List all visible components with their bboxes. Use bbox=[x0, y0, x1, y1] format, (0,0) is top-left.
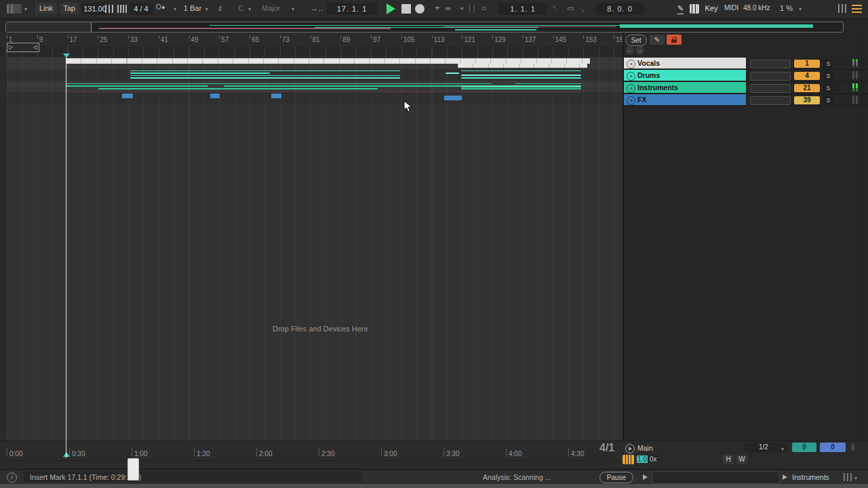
nudge-up-icon[interactable] bbox=[117, 5, 127, 13]
clip-instruments[interactable] bbox=[66, 85, 208, 87]
next-locator-button[interactable]: → bbox=[635, 46, 644, 55]
prev-locator-button[interactable]: ← bbox=[625, 46, 634, 55]
track-menu-icon[interactable]: ≡ bbox=[627, 72, 635, 81]
clip-drums[interactable] bbox=[130, 75, 400, 77]
clip-instruments[interactable] bbox=[98, 88, 378, 89]
clip-drums[interactable] bbox=[461, 70, 581, 72]
time-insert-marker-icon[interactable] bbox=[63, 452, 70, 457]
grid-caret-icon[interactable]: ▾ bbox=[781, 445, 784, 454]
draw-mode-icon[interactable]: ✎ bbox=[677, 4, 684, 14]
clip-drums[interactable] bbox=[461, 75, 581, 76]
loop-start-display[interactable]: 1. 1. 1 bbox=[498, 3, 547, 15]
scene-in-value[interactable]: 0 bbox=[792, 443, 816, 452]
track-row[interactable]: ≡Vocals1S bbox=[624, 58, 868, 70]
output-caret-icon[interactable]: ▾ bbox=[854, 475, 857, 481]
clip-drums[interactable] bbox=[461, 77, 581, 79]
cpu-caret-icon[interactable]: ▾ bbox=[799, 6, 802, 12]
stop-button[interactable] bbox=[401, 4, 411, 14]
plugin-play-icon[interactable] bbox=[783, 474, 787, 480]
dragged-clip-ghost[interactable] bbox=[127, 458, 139, 481]
metronome-icon[interactable]: O● bbox=[156, 3, 165, 11]
solo-button[interactable]: S bbox=[823, 96, 833, 104]
clip-drums[interactable] bbox=[446, 73, 459, 74]
play-button[interactable] bbox=[387, 3, 395, 14]
grid-value-selector[interactable]: 1/2 ▾ bbox=[744, 443, 787, 452]
overview-viewport-region[interactable] bbox=[6, 22, 92, 32]
track-menu-icon[interactable]: ≡ bbox=[627, 96, 635, 105]
arrangement-position-display[interactable]: 17. 1. 1 bbox=[327, 3, 377, 15]
clip-instruments[interactable] bbox=[224, 85, 492, 87]
track-row[interactable]: ≡Instruments21S bbox=[624, 82, 868, 94]
hamburger-menu-icon[interactable] bbox=[852, 5, 862, 13]
clip-vocals[interactable] bbox=[458, 64, 587, 68]
track-name-block[interactable]: ≡Drums bbox=[624, 70, 746, 81]
clip-fx[interactable] bbox=[271, 94, 281, 98]
track-row[interactable]: ≡Drums4S bbox=[624, 70, 868, 82]
track-inset-box[interactable] bbox=[750, 60, 791, 68]
main-scene-label[interactable]: Main bbox=[637, 444, 653, 452]
width-zoom-button[interactable]: W bbox=[736, 455, 747, 464]
time-signature-display[interactable]: 4 / 4 bbox=[130, 3, 153, 15]
fade-icon[interactable]: ◝ bbox=[553, 4, 555, 13]
computer-midi-keyboard-icon[interactable] bbox=[690, 4, 699, 14]
pause-analysis-button[interactable]: Pause bbox=[599, 472, 633, 483]
track-inset-box[interactable] bbox=[750, 84, 791, 93]
zoom-factor-display[interactable]: 1.00x bbox=[637, 455, 658, 464]
loop-length-display[interactable]: 8. 0. 0 bbox=[595, 3, 644, 15]
clip-fx[interactable] bbox=[444, 96, 462, 100]
track-menu-icon[interactable]: ≡ bbox=[627, 84, 635, 93]
session-record-link-icon[interactable]: ∞ bbox=[446, 4, 451, 12]
track-row[interactable]: ≡FX39S bbox=[624, 94, 868, 106]
ramp-icon[interactable]: ◟ bbox=[582, 4, 585, 13]
record-button[interactable] bbox=[415, 4, 425, 14]
preview-play-icon[interactable] bbox=[643, 474, 648, 480]
preview-field[interactable] bbox=[652, 471, 780, 484]
metronome-caret-icon[interactable]: ▾ bbox=[174, 6, 176, 12]
plugin-name-label[interactable]: Instruments bbox=[792, 473, 829, 481]
set-locator-button[interactable]: Set bbox=[625, 35, 647, 46]
key-map-button[interactable]: Key bbox=[701, 3, 722, 14]
scrub-area[interactable] bbox=[0, 46, 623, 58]
track-number-badge[interactable]: 1 bbox=[794, 60, 820, 68]
clip-instruments[interactable] bbox=[461, 88, 581, 89]
loop-end-handle-icon[interactable]: ◁ bbox=[33, 43, 37, 52]
solo-button[interactable]: S bbox=[823, 60, 833, 68]
cpu-load-display[interactable]: 1 % bbox=[780, 4, 793, 12]
tap-tempo-button[interactable]: Tap bbox=[60, 3, 79, 14]
add-locator-button[interactable]: + bbox=[435, 3, 440, 13]
midi-map-button[interactable]: MIDI bbox=[724, 4, 738, 12]
scene-out-value[interactable]: 0 bbox=[820, 443, 846, 452]
follow-button[interactable]: →‥ bbox=[311, 4, 323, 13]
lane-fx[interactable] bbox=[7, 92, 623, 104]
loop-start-handle-icon[interactable]: ▷ bbox=[9, 43, 13, 52]
track-name-block[interactable]: ≡Vocals bbox=[624, 58, 746, 68]
nudge-down-icon[interactable] bbox=[105, 5, 115, 13]
track-inset-box[interactable] bbox=[750, 72, 791, 81]
clip-instruments[interactable] bbox=[515, 83, 581, 85]
clip-instruments[interactable] bbox=[66, 92, 581, 93]
height-zoom-button[interactable]: H bbox=[723, 455, 734, 464]
beat-time-ruler[interactable]: 1917253341495765738189971051131211291371… bbox=[0, 33, 623, 46]
track-menu-icon[interactable]: ≡ bbox=[627, 60, 635, 68]
punch-loop-icon[interactable]: ▭ bbox=[567, 4, 574, 13]
resize-handle-icon[interactable]: || bbox=[851, 443, 854, 451]
count-in-caret-icon[interactable]: ▾ bbox=[205, 6, 208, 12]
back-to-arrangement-icon[interactable]: ◄ bbox=[458, 5, 465, 12]
loop-switch-icon[interactable]: ○ bbox=[481, 3, 486, 13]
midi-keyboard-indicator-icon[interactable] bbox=[623, 455, 634, 464]
key-root-caret-icon[interactable]: ▾ bbox=[248, 6, 251, 12]
clip-fx[interactable] bbox=[122, 94, 133, 98]
tempo-display[interactable]: 131.00 bbox=[81, 3, 108, 15]
clip-instruments[interactable] bbox=[461, 85, 581, 87]
clip-drums[interactable] bbox=[130, 77, 400, 79]
clip-vocals[interactable] bbox=[66, 58, 590, 64]
draw-automation-button[interactable]: ✎ bbox=[650, 35, 665, 45]
clip-drums[interactable] bbox=[130, 73, 270, 74]
view-options-icon[interactable] bbox=[7, 4, 22, 14]
loop-region-marker[interactable]: ▷ ◁ bbox=[7, 43, 39, 52]
count-in-selector[interactable]: 1 Bar bbox=[180, 3, 205, 14]
view-options-caret-icon[interactable]: ▾ bbox=[24, 6, 27, 12]
clip-drums[interactable] bbox=[130, 70, 400, 72]
link-button[interactable]: Link bbox=[35, 3, 57, 14]
clip-instruments[interactable] bbox=[66, 83, 492, 85]
